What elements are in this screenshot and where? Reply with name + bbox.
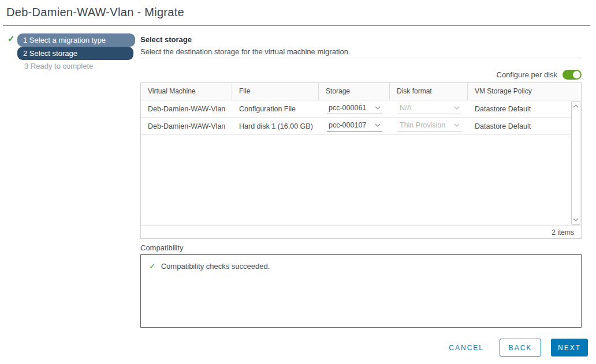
chevron-down-icon [454, 123, 460, 127]
disk-format-select: Thin Provision [398, 121, 461, 132]
storage-table: Virtual Machine File Storage Disk format… [140, 82, 582, 239]
table-scrollbar[interactable] [571, 101, 580, 225]
wizard-footer: CANCEL BACK NEXT [449, 339, 588, 357]
storage-select-value: pcc-000107 [329, 121, 366, 129]
back-button[interactable]: BACK [500, 339, 541, 357]
cell-file: Hard disk 1 (16.00 GB) [232, 122, 319, 130]
configure-per-disk-row: Configure per disk [140, 69, 582, 80]
title-divider [3, 25, 590, 26]
wizard-step-select-storage[interactable]: 2 Select storage [17, 47, 133, 60]
cancel-button[interactable]: CANCEL [449, 344, 484, 352]
page-title: Deb-Damien-WAW-Vlan - Migrate [6, 6, 184, 19]
table-body: Deb-Damien-WAW-Vlan Configuration File p… [141, 100, 571, 226]
table-footer: 2 items [141, 226, 581, 238]
storage-select-value: pcc-000061 [329, 104, 366, 112]
storage-select[interactable]: pcc-000107 [327, 121, 382, 132]
toggle-knob [573, 71, 580, 78]
compatibility-panel: ✓ Compatibility checks succeeded. [140, 254, 582, 328]
column-header-vm-storage-policy: VM Storage Policy [468, 83, 581, 100]
storage-select[interactable]: pcc-000061 [327, 103, 382, 114]
wizard-step-select-migration-type[interactable]: 1 Select a migration type [17, 33, 135, 47]
table-header-row: Virtual Machine File Storage Disk format… [141, 83, 581, 100]
chevron-down-icon [375, 123, 381, 127]
scroll-up-button[interactable] [572, 103, 579, 109]
cell-virtual-machine: Deb-Damien-WAW-Vlan [141, 105, 232, 113]
configure-per-disk-toggle[interactable] [563, 70, 582, 80]
chevron-up-icon [573, 104, 579, 108]
compatibility-label: Compatibility [140, 243, 183, 252]
check-icon: ✓ [8, 33, 15, 44]
panel-divider [140, 58, 582, 58]
column-header-disk-format: Disk format [390, 83, 468, 100]
cell-vm-storage-policy: Datastore Default [468, 105, 571, 113]
compatibility-message: Compatibility checks succeeded. [161, 262, 270, 271]
items-count: 2 items [552, 228, 574, 237]
column-header-file: File [232, 83, 319, 100]
cell-vm-storage-policy: Datastore Default [468, 122, 571, 130]
panel-description: Select the destination storage for the v… [140, 47, 350, 56]
chevron-down-icon [375, 106, 381, 110]
panel-heading: Select storage [140, 35, 192, 44]
disk-format-select-value: N/A [400, 104, 412, 112]
disk-format-select-value: Thin Provision [400, 121, 445, 129]
disk-format-select: N/A [398, 103, 461, 114]
check-icon: ✓ [149, 262, 156, 271]
chevron-down-icon [454, 106, 460, 110]
table-row[interactable]: Deb-Damien-WAW-Vlan Configuration File p… [141, 100, 571, 118]
configure-per-disk-label: Configure per disk [497, 70, 558, 79]
chevron-down-icon [573, 218, 579, 222]
wizard-step-ready-to-complete: 3 Ready to complete [24, 62, 93, 70]
table-row[interactable]: Deb-Damien-WAW-Vlan Hard disk 1 (16.00 G… [141, 118, 571, 135]
column-header-virtual-machine: Virtual Machine [141, 83, 232, 100]
scroll-down-button[interactable] [572, 217, 579, 223]
cell-virtual-machine: Deb-Damien-WAW-Vlan [141, 122, 232, 130]
cell-file: Configuration File [232, 105, 319, 113]
next-button[interactable]: NEXT [551, 339, 588, 357]
column-header-storage: Storage [319, 83, 390, 100]
